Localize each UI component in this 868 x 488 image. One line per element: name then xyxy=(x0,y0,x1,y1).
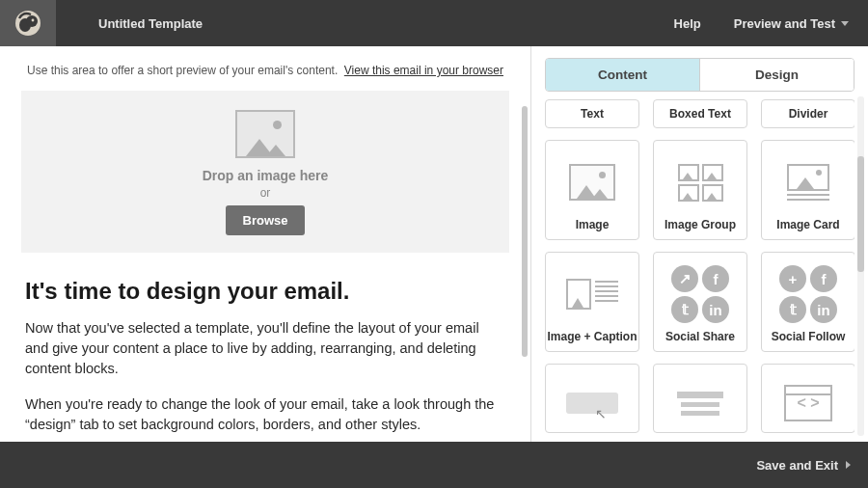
email-heading[interactable]: It's time to design your email. xyxy=(25,278,505,305)
image-placeholder-icon xyxy=(235,110,295,158)
drop-title: Drop an image here xyxy=(203,168,329,183)
view-in-browser-link[interactable]: View this email in your browser xyxy=(344,64,503,77)
preview-and-test-label: Preview and Test xyxy=(734,16,835,31)
panel-tabs: Content Design xyxy=(545,58,854,92)
save-and-exit-label: Save and Exit xyxy=(756,458,838,473)
panel-scrollbar-thumb[interactable] xyxy=(857,156,864,272)
save-and-exit-button[interactable]: Save and Exit xyxy=(756,458,851,473)
block-image[interactable]: Image xyxy=(545,140,639,240)
footer-block-icon xyxy=(677,374,723,432)
code-block-icon: < > xyxy=(784,374,832,432)
block-social-follow[interactable]: +f𝕥in Social Follow xyxy=(761,252,854,352)
image-drop-zone[interactable]: Drop an image here or Browse xyxy=(21,91,509,253)
block-divider[interactable]: Divider xyxy=(761,99,854,128)
image-caption-icon xyxy=(566,264,618,324)
mailchimp-icon xyxy=(14,9,42,38)
image-icon xyxy=(569,152,615,212)
social-share-icon: ↗f𝕥in xyxy=(671,264,729,324)
template-title[interactable]: Untitled Template xyxy=(98,16,203,31)
block-button[interactable]: ↖ xyxy=(545,364,639,433)
email-paragraph-2[interactable]: When you're ready to change the look of … xyxy=(25,394,505,435)
block-image-caption[interactable]: Image + Caption xyxy=(545,252,639,352)
block-text[interactable]: Text xyxy=(545,99,639,128)
svg-point-2 xyxy=(26,15,38,27)
chevron-right-icon xyxy=(846,461,851,469)
email-paragraph-1[interactable]: Now that you've selected a template, you… xyxy=(25,318,505,379)
image-group-icon xyxy=(678,152,723,212)
app-logo[interactable] xyxy=(0,0,56,46)
preview-and-test-menu[interactable]: Preview and Test xyxy=(734,16,849,31)
blocks-panel: Content Design Text Boxed Text Divider I… xyxy=(530,46,868,442)
block-footer[interactable] xyxy=(653,364,747,433)
email-canvas[interactable]: Use this area to offer a short preview o… xyxy=(0,46,530,442)
block-image-card[interactable]: Image Card xyxy=(761,140,854,240)
help-link[interactable]: Help xyxy=(674,16,701,31)
block-code[interactable]: < > xyxy=(761,364,854,433)
image-card-icon xyxy=(787,152,829,212)
tab-design[interactable]: Design xyxy=(699,59,854,91)
tab-content[interactable]: Content xyxy=(546,59,699,91)
drop-or: or xyxy=(260,186,271,200)
block-image-group[interactable]: Image Group xyxy=(653,140,747,240)
block-boxed-text[interactable]: Boxed Text xyxy=(653,99,747,128)
button-block-icon: ↖ xyxy=(566,374,618,432)
bottom-bar: Save and Exit xyxy=(0,442,868,488)
top-bar: Untitled Template Help Preview and Test xyxy=(0,0,868,46)
browse-button[interactable]: Browse xyxy=(226,205,306,235)
preview-hint-text[interactable]: Use this area to offer a short preview o… xyxy=(27,64,338,77)
canvas-scrollbar-thumb[interactable] xyxy=(522,106,528,357)
chevron-down-icon xyxy=(841,21,849,26)
social-follow-icon: +f𝕥in xyxy=(779,264,837,324)
svg-point-3 xyxy=(32,19,35,22)
block-social-share[interactable]: ↗f𝕥in Social Share xyxy=(653,252,747,352)
